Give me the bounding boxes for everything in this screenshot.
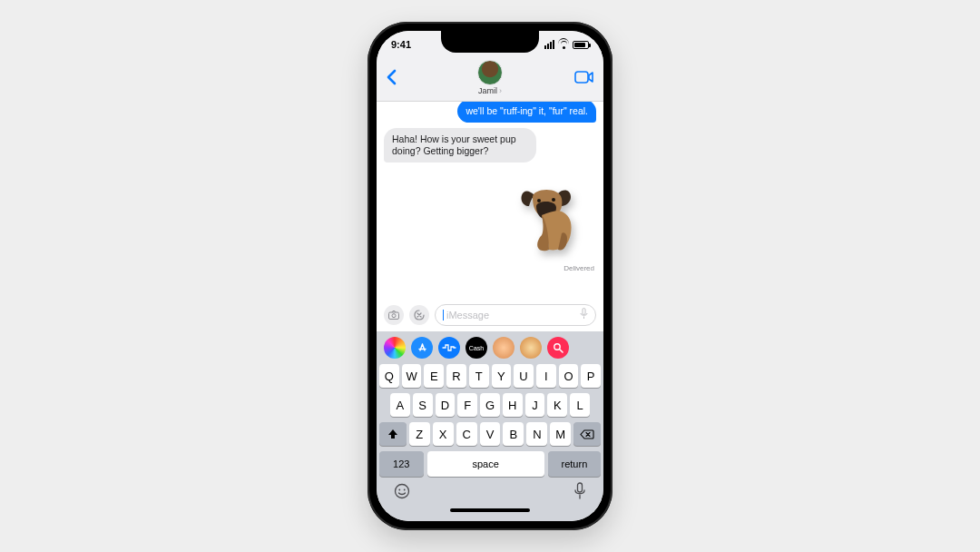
- back-button[interactable]: [386, 69, 397, 89]
- keyboard-rows: QWERTYUIOP ASDFGHJKL ZXCVBNM: [379, 364, 601, 446]
- conversation-header: Jamil ›: [377, 58, 603, 102]
- svg-rect-0: [575, 72, 588, 83]
- text-caret: [443, 310, 444, 320]
- cellular-bars-icon: [544, 40, 554, 49]
- iphone-device-frame: 9:41 Jamil › w: [368, 22, 612, 530]
- key-p[interactable]: P: [581, 364, 601, 388]
- key-t[interactable]: T: [469, 364, 489, 388]
- battery-icon: [573, 41, 589, 49]
- svg-point-4: [392, 314, 396, 318]
- key-b[interactable]: B: [503, 422, 524, 446]
- key-g[interactable]: G: [480, 393, 500, 417]
- app-store-icon[interactable]: [411, 337, 433, 359]
- message-input-row: iMessage: [377, 301, 603, 331]
- dog-sticker-image[interactable]: [505, 170, 596, 261]
- key-d[interactable]: D: [436, 393, 456, 417]
- app-animoji-icon[interactable]: [520, 337, 542, 359]
- key-y[interactable]: Y: [492, 364, 512, 388]
- delete-key[interactable]: [573, 422, 601, 446]
- key-q[interactable]: Q: [379, 364, 399, 388]
- contact-avatar: [477, 60, 503, 85]
- svg-point-6: [554, 344, 560, 350]
- key-h[interactable]: H: [503, 393, 523, 417]
- status-indicators: [544, 40, 589, 49]
- key-k[interactable]: K: [547, 393, 567, 417]
- status-time: 9:41: [391, 39, 411, 50]
- svg-point-9: [404, 488, 406, 490]
- keyboard-footer: [379, 477, 601, 507]
- space-key[interactable]: space: [427, 451, 544, 477]
- message-bubble-sent[interactable]: we'll be "ruff-ing" it, "fur" real.: [457, 102, 596, 123]
- facetime-button[interactable]: [574, 71, 594, 87]
- wifi-icon: [558, 41, 569, 49]
- keyboard: Cash QWERTYUIOP ASDFGHJKL ZXCVBNM: [377, 331, 603, 521]
- screen: 9:41 Jamil › w: [377, 31, 603, 521]
- app-audio-icon[interactable]: [438, 337, 460, 359]
- numbers-key[interactable]: 123: [379, 451, 424, 477]
- key-w[interactable]: W: [402, 364, 422, 388]
- key-x[interactable]: X: [433, 422, 454, 446]
- notch: [441, 31, 539, 53]
- key-c[interactable]: C: [456, 422, 477, 446]
- key-a[interactable]: A: [390, 393, 410, 417]
- key-j[interactable]: J: [525, 393, 545, 417]
- key-v[interactable]: V: [480, 422, 501, 446]
- svg-rect-5: [583, 309, 585, 315]
- svg-rect-10: [578, 483, 583, 492]
- apps-button[interactable]: [409, 305, 429, 325]
- app-images-search-icon[interactable]: [547, 337, 569, 359]
- key-n[interactable]: N: [526, 422, 547, 446]
- key-e[interactable]: E: [424, 364, 444, 388]
- message-input[interactable]: iMessage: [435, 304, 596, 326]
- emoji-key[interactable]: [394, 483, 410, 503]
- camera-button[interactable]: [384, 305, 404, 325]
- contact-header[interactable]: Jamil ›: [477, 60, 503, 95]
- dictation-icon[interactable]: [580, 308, 588, 322]
- chevron-right-icon: ›: [499, 86, 502, 95]
- contact-name-label: Jamil: [478, 86, 497, 95]
- svg-point-1: [537, 199, 541, 202]
- svg-point-8: [398, 488, 400, 490]
- key-o[interactable]: O: [559, 364, 579, 388]
- dictation-key[interactable]: [573, 482, 586, 503]
- key-l[interactable]: L: [570, 393, 590, 417]
- return-key[interactable]: return: [548, 451, 601, 477]
- key-i[interactable]: I: [536, 364, 556, 388]
- imessage-app-row[interactable]: Cash: [379, 335, 601, 364]
- app-photos-icon[interactable]: [384, 337, 406, 359]
- shift-key[interactable]: [379, 422, 407, 446]
- delivered-label: Delivered: [564, 264, 594, 272]
- key-r[interactable]: R: [446, 364, 466, 388]
- messages-thread[interactable]: we'll be "ruff-ing" it, "fur" real. Haha…: [377, 102, 603, 301]
- home-indicator[interactable]: [450, 508, 530, 512]
- svg-point-7: [396, 484, 409, 498]
- svg-rect-3: [389, 312, 399, 320]
- key-s[interactable]: S: [413, 393, 433, 417]
- keyboard-bottom-row: 123 space return: [379, 451, 601, 477]
- key-z[interactable]: Z: [409, 422, 430, 446]
- app-apple-cash-icon[interactable]: Cash: [466, 337, 487, 359]
- key-m[interactable]: M: [550, 422, 571, 446]
- svg-point-2: [552, 198, 555, 202]
- message-bubble-received[interactable]: Haha! How is your sweet pup doing? Getti…: [384, 128, 536, 163]
- key-f[interactable]: F: [457, 393, 477, 417]
- key-u[interactable]: U: [514, 364, 534, 388]
- app-memoji-icon[interactable]: [493, 337, 514, 359]
- message-placeholder: iMessage: [446, 310, 489, 320]
